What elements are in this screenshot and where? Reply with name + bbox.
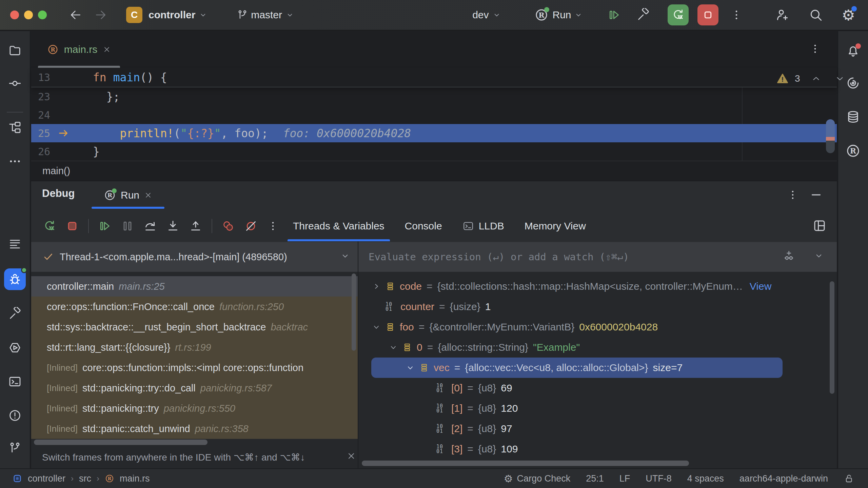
mute-breakpoints-icon[interactable] [244,219,258,233]
variables-vertical-scrollbar[interactable] [830,281,834,394]
chevron-down-icon[interactable] [372,323,381,331]
branch-selector[interactable]: master [251,9,282,21]
project-tool-icon[interactable] [8,43,22,58]
database-tool-icon[interactable] [846,110,860,125]
crumb-project[interactable]: controller [28,473,65,484]
toolbar-more-kebab-icon[interactable] [267,220,279,232]
unlock-icon[interactable] [844,473,854,484]
structure-tool-icon[interactable] [8,121,22,136]
run-config-selector[interactable]: Run [553,9,571,21]
forward-icon[interactable] [94,8,107,21]
frames-vertical-scrollbar[interactable] [352,273,356,351]
indent-style[interactable]: 4 spaces [687,473,724,484]
project-selector[interactable]: controller [149,9,195,21]
stack-frame[interactable]: [Inlined] core::ops::function::impls::<i… [31,358,358,378]
stack-frame[interactable]: std::rt::lang_start::{{closure}}rt.rs:19… [31,337,358,358]
chevron-down-icon[interactable] [814,251,824,263]
project-icon[interactable]: C [126,7,142,23]
stack-frame[interactable]: std::sys::backtrace::__rust_begin_short_… [31,317,358,337]
variable-row-vec-selected[interactable]: vec= {alloc::vec::Vec<u8, alloc::alloc::… [371,358,783,378]
debug-options-kebab-icon[interactable] [787,189,799,202]
step-out-icon[interactable] [189,219,202,233]
variable-row-code[interactable]: code= {std::collections::hash::map::Hash… [358,276,813,297]
close-session-icon[interactable] [144,191,152,199]
variable-row-counter[interactable]: 1001 counter= {usize} 1 [358,297,813,317]
pause-program-icon[interactable] [121,219,134,233]
close-hint-icon[interactable] [347,451,356,463]
back-icon[interactable] [69,8,82,21]
hide-panel-icon[interactable] [809,188,823,203]
variables-horizontal-scrollbar[interactable] [362,461,689,466]
add-watch-icon[interactable] [783,250,795,264]
cargo-check-widget[interactable]: ⚙ Cargo Check [504,473,570,485]
stack-frame[interactable]: controller::mainmain.rs:25 [31,276,358,297]
commit-tool-icon[interactable] [8,77,22,92]
editor-breadcrumb[interactable]: main() [31,161,837,181]
build-tool-icon[interactable] [8,307,22,322]
line-ending[interactable]: LF [619,473,630,484]
tab-main-rs[interactable]: R main.rs [38,31,120,68]
caret-position[interactable]: 25:1 [586,473,604,484]
rust-tool-icon[interactable]: R [846,143,861,160]
problems-tool-icon[interactable] [8,409,22,424]
zoom-window-button[interactable] [38,11,47,19]
breadcrumb-function[interactable]: main() [42,165,70,177]
frames-horizontal-scrollbar[interactable] [34,440,208,445]
terminal-tool-icon[interactable] [8,375,22,390]
crumb-file[interactable]: main.rs [120,473,150,484]
rerun-debug-icon[interactable] [43,219,56,233]
resume-program-icon[interactable] [98,219,112,233]
step-over-icon[interactable] [143,219,157,233]
stack-frame[interactable]: [Inlined] std::panic::catch_unwindpanic.… [31,419,358,439]
inspections-widget[interactable]: 3 [776,73,845,85]
view-breakpoints-icon[interactable] [221,219,235,233]
stack-frame[interactable]: [Inlined] std::panicking::trypanicking.r… [31,398,358,419]
chevron-down-icon[interactable] [389,343,398,352]
prev-problem-icon[interactable] [811,74,821,84]
editor-scrollbar[interactable] [826,119,835,153]
stop-debug-icon[interactable] [65,219,79,233]
close-window-button[interactable] [10,11,19,19]
file-encoding[interactable]: UTF-8 [646,473,672,484]
thread-selector[interactable]: Thread-1-<com.apple.ma...hread>-[main] (… [31,242,358,272]
step-into-icon[interactable] [166,219,180,233]
stack-frame[interactable]: [Inlined] std::panicking::try::do_callpa… [31,378,358,398]
more-actions-kebab-icon[interactable] [730,8,743,21]
evaluate-expression-input[interactable]: Evaluate expression (↵) or add a watch (… [358,242,837,272]
close-tab-icon[interactable] [103,45,111,54]
resume-program-icon[interactable] [607,8,621,22]
layout-settings-icon[interactable] [812,219,827,234]
tab-lldb[interactable]: LLDB [452,211,514,241]
debug-session-tab-run[interactable]: R Run [92,181,164,209]
variable-row-vec-1[interactable]: 1001 [1]= {u8} 120 [358,398,813,419]
variable-row-vec-0[interactable]: 1001 [0]= {u8} 69 [358,378,813,398]
view-value-link[interactable]: View [750,281,771,292]
settings-gear-icon[interactable]: ⚙ [842,6,855,24]
next-problem-icon[interactable] [835,74,845,84]
tab-console[interactable]: Console [395,211,452,241]
build-hammer-icon[interactable] [636,8,650,22]
more-tool-windows-icon[interactable] [8,155,22,169]
variable-row-vec-3[interactable]: 1001 [3]= {u8} 109 [358,439,813,459]
target-triple[interactable]: aarch64-apple-darwin [739,473,828,484]
ai-assistant-icon[interactable] [846,76,860,92]
services-tool-icon[interactable] [8,341,22,356]
stop-button[interactable] [697,4,718,25]
variable-row-0[interactable]: 0= {alloc::string::String} "Example" [358,337,813,358]
chevron-right-icon[interactable] [372,282,381,291]
search-everywhere-icon[interactable] [809,8,823,22]
variable-row-foo[interactable]: foo= {&controller::MyEnum::VariantB} 0x6… [358,317,813,337]
crumb-src[interactable]: src [79,473,91,484]
add-user-icon[interactable] [775,8,789,22]
tab-threads-variables[interactable]: Threads & Variables [283,211,395,241]
git-tool-icon[interactable] [8,441,22,456]
todo-lines-icon[interactable] [8,237,22,252]
minimize-window-button[interactable] [24,11,33,19]
chevron-down-icon[interactable] [406,363,415,372]
notifications-bell-icon[interactable] [846,44,860,58]
tab-options-kebab-icon[interactable] [809,43,821,56]
variable-row-vec-2[interactable]: 1001 [2]= {u8} 97 [358,419,813,439]
tab-memory-view[interactable]: Memory View [514,211,596,241]
run-env-selector[interactable]: dev [472,9,489,21]
code-editor[interactable]: 13 fn main() { 23 }; 24 25 println!("{:?… [31,68,837,161]
